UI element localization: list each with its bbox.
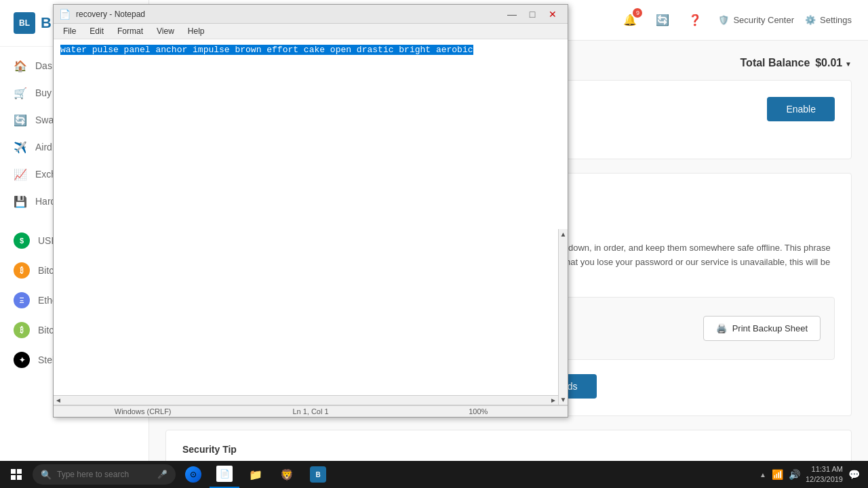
notepad-menubar: File Edit Format View Help (54, 24, 568, 39)
dashboard-icon: 🏠 (14, 59, 27, 73)
total-balance: Total Balance $0.01 ▼ (741, 57, 852, 69)
refresh-button[interactable]: 🔄 (650, 8, 675, 33)
enable-button[interactable]: Enable (767, 97, 835, 121)
up-arrow-icon[interactable]: ▲ (760, 471, 766, 479)
scroll-up-arrow[interactable]: ▲ (560, 230, 567, 238)
svg-rect-3 (17, 475, 22, 480)
print-icon: 🖨️ (716, 323, 727, 333)
print-button-label: Print Backup Sheet (732, 323, 808, 333)
notepad-window: 📄 recovery - Notepad — □ ✕ File Edit For… (53, 4, 568, 418)
scroll-right-arrow[interactable]: ► (550, 396, 557, 404)
total-balance-label: Total Balance (741, 57, 810, 68)
security-center-button[interactable]: 🛡️ Security Center (718, 15, 794, 25)
taskbar-app-cortana[interactable]: ⊙ (178, 461, 208, 488)
notepad-menu-view[interactable]: View (150, 25, 181, 37)
taskbar-date: 12/23/2019 (806, 474, 843, 485)
scroll-down-arrow[interactable]: ▼ (560, 396, 567, 403)
bitcoin-coin-icon: ₿ (14, 262, 30, 279)
taskbar-left: 🔍 🎤 ⊙ 📄 📁 🦁 B (0, 461, 336, 488)
swap-icon: 🔄 (14, 113, 27, 127)
notepad-menu-help[interactable]: Help (181, 25, 212, 37)
header-icons: 🔔 9 🔄 ❓ (618, 8, 707, 33)
notepad-menu-file[interactable]: File (56, 25, 83, 37)
notepad-content: water pulse panel anchor impulse brown e… (54, 39, 568, 229)
taskbar-search-input[interactable] (57, 470, 152, 479)
taskbar: 🔍 🎤 ⊙ 📄 📁 🦁 B ▲ 📶 🔊 (0, 461, 868, 488)
sidebar-item-label: Buy (35, 87, 52, 98)
notifications-button[interactable]: 🔔 9 (618, 8, 642, 33)
taskbar-time: 11:31 AM 12/23/2019 (806, 464, 843, 485)
notepad-minimize-button[interactable]: — (502, 7, 521, 21)
taskbar-app-blockchain[interactable]: B (303, 461, 333, 488)
security-center-icon: 🛡️ (718, 15, 729, 25)
buy-icon: 🛒 (14, 86, 27, 100)
notepad-vertical-scrollbar[interactable]: ▲ ▼ (558, 229, 568, 405)
taskbar-app-file-explorer[interactable]: 📁 (241, 461, 271, 488)
notepad-title-left: 📄 recovery - Notepad (59, 9, 145, 20)
taskbar-start-button[interactable] (3, 461, 30, 488)
settings-label: Settings (820, 15, 852, 25)
ether-coin-icon: Ξ (14, 292, 30, 308)
notepad-controls: — □ ✕ (502, 7, 562, 21)
notepad-zoom: 100% (395, 407, 562, 415)
settings-button[interactable]: ⚙️ Settings (805, 15, 852, 25)
notepad-horizontal-scrollbar[interactable]: ◄ ► (54, 395, 558, 405)
notepad-title: recovery - Notepad (76, 9, 145, 19)
notepad-menu-format[interactable]: Format (111, 25, 150, 37)
scroll-left-arrow[interactable]: ◄ (55, 396, 62, 404)
taskbar-apps: ⊙ 📄 📁 🦁 B (178, 461, 333, 488)
notepad-statusbar: Windows (CRLF) Ln 1, Col 1 100% (54, 405, 568, 417)
notepad-scroll-area: ▲ ▼ ◄ ► (54, 229, 568, 405)
network-icon: 📶 (772, 469, 783, 480)
notepad-text-content[interactable]: water pulse panel anchor impulse brown e… (56, 42, 565, 58)
airdrop-icon: ✈️ (14, 140, 27, 154)
svg-rect-2 (11, 475, 16, 480)
security-tip-title: Security Tip (182, 444, 835, 455)
notepad-file-icon: 📄 (59, 9, 71, 20)
taskbar-search-area[interactable]: 🔍 🎤 (33, 464, 176, 485)
svg-rect-1 (17, 469, 22, 474)
logo-icon: BL (14, 12, 35, 34)
settings-icon: ⚙️ (805, 15, 816, 25)
stellar-coin-icon: ✦ (14, 352, 30, 368)
notepad-maximize-button[interactable]: □ (523, 7, 542, 21)
volume-icon: 🔊 (789, 469, 800, 480)
security-center-label: Security Center (733, 15, 794, 25)
hardware-icon: 💾 (14, 195, 27, 208)
notepad-position: Ln 1, Col 1 (226, 407, 394, 415)
svg-rect-0 (11, 469, 16, 474)
notepad-selected-text: water pulse panel anchor impulse brown e… (60, 45, 473, 55)
microphone-icon: 🎤 (157, 470, 167, 479)
taskbar-right: ▲ 📶 🔊 11:31 AM 12/23/2019 💬 (751, 464, 868, 485)
bitcoin-cash-coin-icon: ₿ (14, 322, 30, 338)
exchange-icon: 📈 (14, 167, 27, 181)
notifications-badge: 9 (633, 8, 642, 18)
total-balance-value: $0.01 (815, 57, 842, 68)
print-backup-sheet-button[interactable]: 🖨️ Print Backup Sheet (703, 316, 821, 341)
notepad-encoding: Windows (CRLF) (59, 407, 226, 415)
search-icon: 🔍 (41, 470, 52, 480)
taskbar-app-brave[interactable]: 🦁 (272, 461, 302, 488)
notepad-titlebar: 📄 recovery - Notepad — □ ✕ (54, 5, 568, 24)
taskbar-app-notepad[interactable]: 📄 (210, 461, 239, 488)
usd-pax-coin-icon: $ (14, 232, 30, 249)
notification-center-icon[interactable]: 💬 (848, 469, 860, 480)
notepad-menu-edit[interactable]: Edit (83, 25, 111, 37)
taskbar-clock: 11:31 AM (806, 464, 843, 474)
chevron-down-icon: ▼ (845, 60, 852, 68)
notepad-close-button[interactable]: ✕ (543, 7, 562, 21)
taskbar-system-icons: ▲ 📶 🔊 (760, 469, 800, 480)
help-button[interactable]: ❓ (683, 8, 707, 33)
